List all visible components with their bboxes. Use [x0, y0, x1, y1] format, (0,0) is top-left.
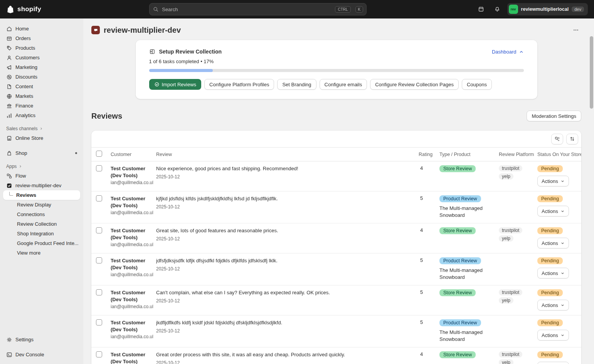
configure-review-collection-pages-button[interactable]: Configure Review Collection Pages: [370, 79, 459, 90]
actions-button[interactable]: Actions: [537, 176, 569, 186]
sidebar-item-settings[interactable]: Settings: [3, 335, 80, 344]
select-all-checkbox[interactable]: [96, 151, 102, 157]
sidebar-item-review-multiplier-dev[interactable]: review-multiplier-dev: [3, 181, 80, 190]
apps-header[interactable]: Apps: [3, 162, 80, 171]
notifications-button[interactable]: [491, 3, 503, 15]
actions-button[interactable]: Actions: [537, 238, 569, 248]
row-checkbox[interactable]: [96, 351, 102, 357]
scrollbar-thumb[interactable]: [590, 36, 593, 109]
review-text: Nice experience, good prices and fast sh…: [156, 165, 412, 172]
sidebar-item-review-display[interactable]: Review Display: [3, 200, 80, 210]
sidebar-item-discounts[interactable]: Discounts: [3, 72, 80, 82]
sidebar-item-dev-console[interactable]: Dev Console: [3, 350, 80, 359]
sidebar-item-marketing[interactable]: Marketing: [3, 62, 80, 72]
sidebar-item-label: Analytics: [15, 112, 35, 118]
row-checkbox[interactable]: [96, 319, 102, 325]
checkbox-checked-icon: [6, 183, 12, 189]
review-table-row: Test Customer (Dev Tools) ian@quillmedia…: [91, 347, 581, 364]
column-header-customer[interactable]: Customer: [108, 148, 153, 161]
sales-channels-label: Sales channels: [6, 126, 37, 131]
platform-badge: trustpilot: [499, 165, 522, 171]
filter-bar: [91, 131, 581, 148]
progress-bar: [149, 69, 524, 72]
sidebar-item-flow[interactable]: Flow: [3, 171, 80, 181]
review-rating: 5: [416, 253, 436, 285]
shortcut-ctrl-key: CTRL: [335, 6, 350, 13]
sort-button[interactable]: [566, 134, 578, 144]
sidebar-item-connections[interactable]: Connections: [3, 210, 80, 219]
page-actions-button[interactable]: [570, 25, 581, 35]
shopify-logo-icon: [6, 5, 15, 13]
row-checkbox[interactable]: [96, 257, 102, 263]
review-date: 2025-10-12: [156, 266, 412, 272]
configure-platform-profiles-button[interactable]: Configure Platform Profiles: [204, 79, 274, 90]
actions-button[interactable]: Actions: [537, 330, 569, 341]
customer-name: Test Customer (Dev Tools): [111, 351, 150, 364]
actions-button[interactable]: Actions: [537, 206, 569, 216]
review-type-badge: Store Review: [439, 227, 476, 234]
sidebar-item-online-store[interactable]: Online Store: [3, 133, 80, 143]
set-branding-button[interactable]: Set Branding: [277, 79, 316, 90]
search-placeholder: Search: [162, 7, 330, 12]
review-date: 2025-10-12: [156, 298, 412, 304]
row-checkbox[interactable]: [96, 289, 102, 295]
review-filter-input[interactable]: [94, 134, 551, 144]
sidebar-item-review-collection[interactable]: Review Collection: [3, 219, 80, 229]
sidebar-item-finance[interactable]: Finance: [3, 101, 80, 111]
product-name: The Multi-managed Snowboard: [439, 329, 493, 342]
sidebar-item-orders[interactable]: Orders: [3, 34, 80, 43]
import-reviews-button[interactable]: Import Reviews: [149, 79, 202, 90]
store-menu[interactable]: rev reviewmultiplierlocal dev: [507, 3, 588, 15]
sidebar-item-view-more[interactable]: View more: [3, 248, 80, 258]
sales-channels-header[interactable]: Sales channels: [3, 124, 80, 133]
configure-emails-button[interactable]: Configure emails: [320, 79, 367, 90]
sidebar-item-google-product-feed-inte[interactable]: Google Product Feed Inte...: [3, 238, 80, 248]
sidebar-item-shop-integration[interactable]: Shop Integration: [3, 229, 80, 238]
status-badge: Pending: [537, 195, 563, 202]
chevron-up-icon: [519, 49, 524, 54]
search-filter-button[interactable]: [551, 134, 563, 144]
topbar: shopify Search CTRL K rev reviewmultipli…: [0, 0, 594, 18]
actions-button[interactable]: Actions: [537, 362, 569, 364]
column-header-rating[interactable]: Rating: [416, 148, 436, 161]
dashboard-link[interactable]: Dashboard: [492, 49, 524, 55]
sidebar-item-reviews[interactable]: Reviews: [3, 190, 80, 200]
status-badge: Pending: [537, 289, 563, 296]
customer-name: Test Customer (Dev Tools): [111, 319, 150, 333]
sidebar-item-label: Finance: [15, 103, 33, 109]
row-checkbox[interactable]: [96, 165, 102, 171]
sidebar-item-markets[interactable]: Markets: [3, 91, 80, 101]
column-header-status-on-your-store[interactable]: Status On Your Store: [534, 148, 581, 161]
home-icon: [6, 26, 12, 32]
sidebar-item-home[interactable]: Home: [3, 24, 80, 34]
sidebar-item-label: View more: [17, 250, 40, 256]
customer-email: ian@quillmedia.co.uk: [111, 272, 150, 277]
status-badge: Pending: [537, 351, 563, 358]
store-name: reviewmultiplierlocal: [521, 7, 569, 12]
column-header-review[interactable]: Review: [153, 148, 416, 161]
coupons-button[interactable]: Coupons: [462, 79, 492, 90]
shopify-brand-text: shopify: [17, 5, 41, 13]
moderation-settings-button[interactable]: Moderation Settings: [527, 111, 581, 121]
sidebar-item-content[interactable]: Content: [3, 82, 80, 91]
review-type-badge: Product Review: [439, 319, 481, 326]
review-rating: 5: [416, 315, 436, 347]
sidebar-item-products[interactable]: Products: [3, 43, 80, 53]
row-checkbox[interactable]: [96, 227, 102, 233]
actions-button[interactable]: Actions: [537, 268, 569, 278]
reviews-table-body: Test Customer (Dev Tools) ian@quillmedia…: [91, 161, 581, 364]
row-checkbox[interactable]: [96, 195, 102, 201]
sidebar-item-customers[interactable]: Customers: [3, 53, 80, 62]
column-header-type-product[interactable]: Type / Product: [436, 148, 496, 161]
sidebar-item-shop[interactable]: Shop: [3, 148, 80, 158]
chat-bubble-icon: [93, 28, 98, 33]
calendar-button[interactable]: [475, 3, 487, 15]
review-date: 2025-10-12: [156, 236, 412, 242]
shopify-brand[interactable]: shopify: [6, 5, 41, 13]
actions-button[interactable]: Actions: [537, 300, 569, 310]
global-search[interactable]: Search CTRL K: [149, 3, 367, 15]
sidebar-item-analytics[interactable]: Analytics: [3, 111, 80, 120]
column-header-review-platforms[interactable]: Review Platforms: [496, 148, 534, 161]
finance-icon: [6, 103, 12, 109]
review-rating: 5: [416, 285, 436, 315]
